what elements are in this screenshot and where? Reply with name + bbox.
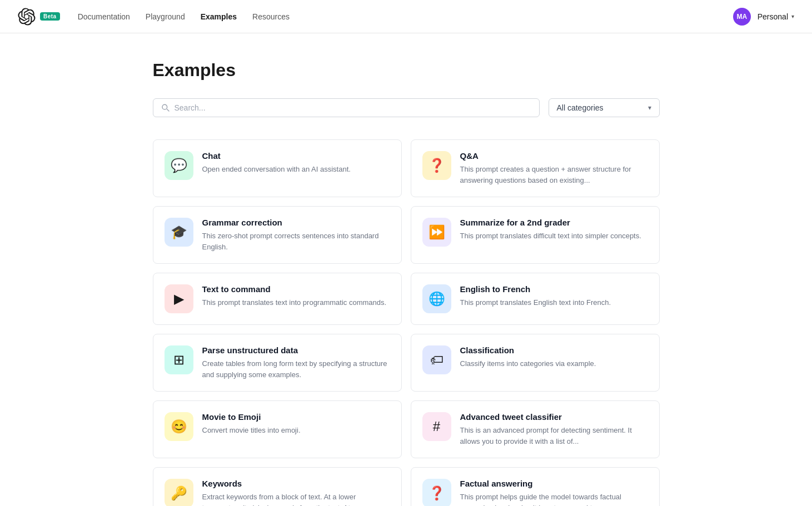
example-icon-keywords: 🔑 xyxy=(165,479,193,506)
search-icon xyxy=(161,103,170,112)
navbar: Beta Documentation Playground Examples R… xyxy=(0,0,812,33)
category-select[interactable]: All categories ▾ xyxy=(549,98,660,117)
example-desc-english-french: This prompt translates English text into… xyxy=(460,297,648,308)
example-card-tweet-classifier[interactable]: #Advanced tweet classifierThis is an adv… xyxy=(411,400,660,458)
example-body-qa: Q&AThis prompt creates a question + answ… xyxy=(460,151,648,186)
search-wrapper xyxy=(153,98,540,117)
example-icon-parse: ⊞ xyxy=(165,345,193,374)
example-icon-summarize: ⏩ xyxy=(422,218,451,247)
example-card-summarize[interactable]: ⏩Summarize for a 2nd graderThis prompt t… xyxy=(411,206,660,264)
account-menu[interactable]: Personal ▾ xyxy=(758,12,794,21)
example-body-summarize: Summarize for a 2nd graderThis prompt tr… xyxy=(460,218,648,242)
example-title-chat: Chat xyxy=(202,151,390,161)
example-title-keywords: Keywords xyxy=(202,479,390,488)
example-body-movie-emoji: Movie to EmojiConvert movie titles into … xyxy=(202,412,390,436)
example-title-english-french: English to French xyxy=(460,284,648,294)
example-title-text-command: Text to command xyxy=(202,284,390,294)
example-body-english-french: English to FrenchThis prompt translates … xyxy=(460,284,648,308)
example-title-summarize: Summarize for a 2nd grader xyxy=(460,218,648,227)
example-icon-qa: ❓ xyxy=(422,151,451,180)
example-icon-text-command: ▶ xyxy=(165,284,193,313)
example-desc-parse: Create tables from long form text by spe… xyxy=(202,358,390,380)
example-desc-summarize: This prompt translates difficult text in… xyxy=(460,231,648,242)
example-body-tweet-classifier: Advanced tweet classifierThis is an adva… xyxy=(460,412,648,447)
example-card-text-command[interactable]: ▶Text to commandThis prompt translates t… xyxy=(153,273,402,325)
main-content: Examples All categories ▾ 💬ChatOpen ende… xyxy=(140,33,673,506)
account-label: Personal xyxy=(758,12,788,21)
nav-right: MA Personal ▾ xyxy=(733,8,794,26)
example-desc-tweet-classifier: This is an advanced prompt for detecting… xyxy=(460,425,648,447)
example-icon-classification: 🏷 xyxy=(422,345,451,374)
openai-logo-icon xyxy=(18,8,36,26)
category-chevron-icon: ▾ xyxy=(648,104,651,112)
example-title-grammar: Grammar correction xyxy=(202,218,390,227)
example-desc-qa: This prompt creates a question + answer … xyxy=(460,164,648,186)
example-card-qa[interactable]: ❓Q&AThis prompt creates a question + ans… xyxy=(411,139,660,197)
nav-link-playground[interactable]: Playground xyxy=(146,12,185,21)
example-title-factual: Factual answering xyxy=(460,479,648,488)
nav-link-examples[interactable]: Examples xyxy=(201,12,237,21)
example-title-parse: Parse unstructured data xyxy=(202,345,390,355)
example-desc-movie-emoji: Convert movie titles into emoji. xyxy=(202,425,390,436)
example-body-grammar: Grammar correctionThis zero-shot prompt … xyxy=(202,218,390,252)
beta-badge: Beta xyxy=(40,12,60,21)
example-desc-factual: This prompt helps guide the model toward… xyxy=(460,492,648,506)
avatar: MA xyxy=(733,8,751,26)
example-card-keywords[interactable]: 🔑KeywordsExtract keywords from a block o… xyxy=(153,467,402,506)
example-icon-movie-emoji: 😊 xyxy=(165,412,193,441)
example-desc-text-command: This prompt translates text into program… xyxy=(202,297,390,308)
nav-logo: Beta xyxy=(18,8,60,26)
example-icon-english-french: 🌐 xyxy=(422,284,451,313)
example-title-qa: Q&A xyxy=(460,151,648,161)
example-card-factual[interactable]: ❓Factual answeringThis prompt helps guid… xyxy=(411,467,660,506)
example-card-classification[interactable]: 🏷ClassificationClassify items into categ… xyxy=(411,334,660,392)
example-icon-tweet-classifier: # xyxy=(422,412,451,441)
example-icon-chat: 💬 xyxy=(165,151,193,180)
examples-grid: 💬ChatOpen ended conversation with an AI … xyxy=(153,139,660,506)
example-card-grammar[interactable]: 🎓Grammar correctionThis zero-shot prompt… xyxy=(153,206,402,264)
example-body-chat: ChatOpen ended conversation with an AI a… xyxy=(202,151,390,175)
example-title-classification: Classification xyxy=(460,345,648,355)
example-body-factual: Factual answeringThis prompt helps guide… xyxy=(460,479,648,506)
example-desc-chat: Open ended conversation with an AI assis… xyxy=(202,164,390,175)
search-input[interactable] xyxy=(175,103,531,112)
example-card-chat[interactable]: 💬ChatOpen ended conversation with an AI … xyxy=(153,139,402,197)
example-body-keywords: KeywordsExtract keywords from a block of… xyxy=(202,479,390,506)
page-title: Examples xyxy=(153,60,660,81)
example-body-text-command: Text to commandThis prompt translates te… xyxy=(202,284,390,308)
example-icon-factual: ❓ xyxy=(422,479,451,506)
example-title-tweet-classifier: Advanced tweet classifier xyxy=(460,412,648,422)
example-card-movie-emoji[interactable]: 😊Movie to EmojiConvert movie titles into… xyxy=(153,400,402,458)
example-body-classification: ClassificationClassify items into catego… xyxy=(460,345,648,369)
example-desc-keywords: Extract keywords from a block of text. A… xyxy=(202,492,390,506)
example-desc-grammar: This zero-shot prompt corrects sentences… xyxy=(202,231,390,252)
chevron-down-icon: ▾ xyxy=(791,13,794,19)
example-title-movie-emoji: Movie to Emoji xyxy=(202,412,390,422)
example-card-english-french[interactable]: 🌐English to FrenchThis prompt translates… xyxy=(411,273,660,325)
nav-link-documentation[interactable]: Documentation xyxy=(78,12,130,21)
example-desc-classification: Classify items into categories via examp… xyxy=(460,358,648,369)
nav-left: Beta Documentation Playground Examples R… xyxy=(18,8,290,26)
nav-links: Documentation Playground Examples Resour… xyxy=(78,12,290,21)
search-filter-row: All categories ▾ xyxy=(153,98,660,117)
example-icon-grammar: 🎓 xyxy=(165,218,193,247)
example-body-parse: Parse unstructured dataCreate tables fro… xyxy=(202,345,390,380)
nav-link-resources[interactable]: Resources xyxy=(252,12,290,21)
example-card-parse[interactable]: ⊞Parse unstructured dataCreate tables fr… xyxy=(153,334,402,392)
category-label: All categories xyxy=(557,103,604,112)
